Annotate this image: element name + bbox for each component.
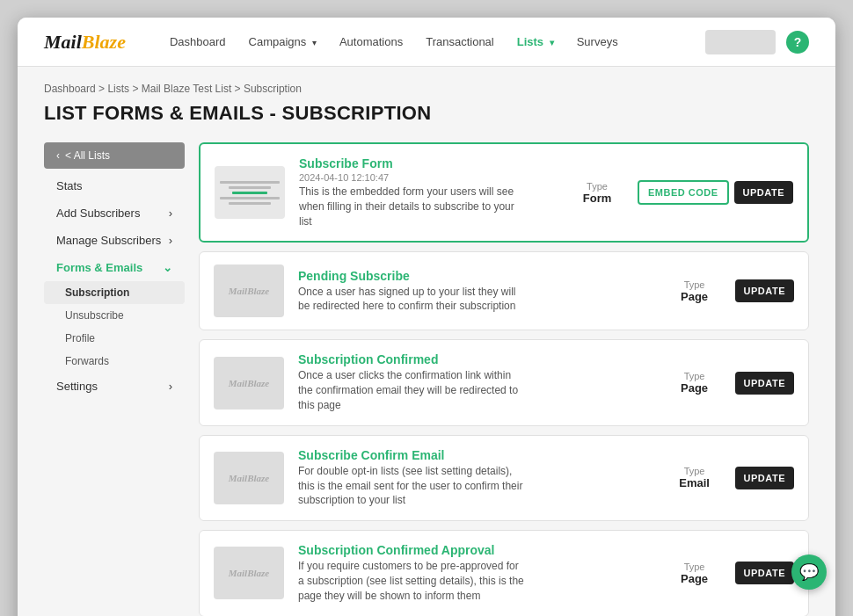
update-button-2[interactable]: UPDATE (735, 279, 794, 302)
brand-logo: MailBlaze (44, 31, 126, 54)
type-label: Type (571, 181, 623, 192)
update-button-4[interactable]: UPDATE (735, 467, 794, 489)
sidebar: ‹ < All Lists Stats Add Subscribers › Ma… (44, 142, 185, 616)
card-description-5: If you require customers to be pre-appro… (298, 559, 527, 603)
nav-lists[interactable]: Lists ▾ (508, 30, 563, 54)
card-subscribe-confirm-email: MailBlaze Subscribe Confirm Email For do… (199, 435, 809, 521)
sidebar-item-settings[interactable]: Settings › (44, 373, 185, 400)
sidebar-back-button[interactable]: ‹ < All Lists (44, 142, 185, 169)
thumb-line-3 (220, 197, 280, 199)
type-label-4: Type (668, 466, 721, 476)
content-row: ‹ < All Lists Stats Add Subscribers › Ma… (44, 142, 809, 616)
card-name-5[interactable]: Subscription Confirmed Approval (298, 543, 654, 557)
type-value-2: Page (668, 290, 721, 303)
card-thumbnail-3: MailBlaze (214, 357, 284, 409)
sidebar-item-add-subscribers[interactable]: Add Subscribers › (44, 199, 185, 227)
thumb-logo-4: MailBlaze (229, 473, 269, 483)
type-value-4: Email (668, 476, 721, 489)
card-actions: EMBED CODE UPDATE (638, 180, 793, 205)
card-name-4[interactable]: Subscribe Confirm Email (298, 448, 654, 462)
card-description-4: For double opt-in lists (see list settin… (298, 464, 527, 508)
sidebar-item-forms-emails[interactable]: Forms & Emails ⌄ (44, 254, 185, 281)
user-avatar[interactable] (705, 30, 776, 54)
chat-icon: 💬 (799, 562, 819, 582)
back-arrow: ‹ (56, 149, 60, 162)
card-type: Type Form (571, 181, 623, 205)
nav-surveys[interactable]: Surveys (568, 30, 627, 54)
type-label-5: Type (668, 562, 721, 572)
card-info-3: Subscription Confirmed Once a user click… (298, 352, 654, 412)
sidebar-item-stats[interactable]: Stats (44, 172, 185, 199)
app-window: MailBlaze Dashboard Campaigns ▾ Automati… (18, 18, 835, 616)
nav-automations[interactable]: Automations (331, 30, 412, 54)
card-info-2: Pending Subscribe Once a user has signed… (298, 269, 654, 315)
embed-code-button[interactable]: EMBED CODE (638, 180, 729, 205)
card-pending-subscribe: MailBlaze Pending Subscribe Once a user … (199, 251, 809, 330)
add-subscribers-chevron: › (169, 207, 172, 220)
card-name-2[interactable]: Pending Subscribe (298, 269, 654, 283)
card-actions-4: UPDATE (735, 467, 794, 489)
nav-links: Dashboard Campaigns ▾ Automations Transa… (161, 30, 705, 54)
type-value-5: Page (668, 572, 721, 585)
card-thumbnail-4: MailBlaze (214, 452, 284, 504)
card-actions-3: UPDATE (735, 372, 794, 395)
type-label-3: Type (668, 371, 721, 381)
card-name-3[interactable]: Subscription Confirmed (298, 352, 654, 366)
forms-emails-label: Forms & Emails (56, 261, 142, 274)
card-info-4: Subscribe Confirm Email For double opt-i… (298, 448, 654, 508)
add-subscribers-label: Add Subscribers (56, 207, 140, 220)
thumb-logo-5: MailBlaze (229, 568, 269, 578)
thumb-line-2 (229, 186, 271, 189)
card-actions-5: UPDATE (735, 562, 794, 584)
breadcrumb: Dashboard > Lists > Mail Blaze Test List… (44, 83, 809, 95)
card-info: Subscribe Form 2024-04-10 12:10:47 This … (299, 156, 557, 228)
type-value: Form (571, 192, 623, 205)
sidebar-subitem-subscription[interactable]: Subscription (44, 281, 185, 304)
thumb-line-4 (229, 202, 271, 205)
type-label-2: Type (668, 279, 721, 290)
type-value-3: Page (668, 381, 721, 395)
card-info-5: Subscription Confirmed Approval If you r… (298, 543, 654, 603)
card-name[interactable]: Subscribe Form (299, 156, 557, 170)
nav-dashboard[interactable]: Dashboard (161, 30, 235, 54)
cards-area: Subscribe Form 2024-04-10 12:10:47 This … (199, 142, 809, 616)
card-description-2: Once a user has signed up to your list t… (298, 285, 527, 315)
card-thumbnail-5: MailBlaze (214, 547, 284, 599)
card-subscription-confirmed-approval: MailBlaze Subscription Confirmed Approva… (199, 530, 809, 616)
card-type-4: Type Email (668, 466, 721, 489)
card-type-3: Type Page (668, 371, 721, 395)
update-button-3[interactable]: UPDATE (735, 372, 794, 395)
update-button-5[interactable]: UPDATE (735, 562, 794, 584)
settings-label: Settings (56, 380, 98, 393)
nav-right: ? (705, 30, 809, 54)
back-label: < All Lists (65, 149, 110, 162)
chat-fab-button[interactable]: 💬 (791, 554, 827, 590)
thumb-logo: MailBlaze (229, 286, 269, 296)
sidebar-item-manage-subscribers[interactable]: Manage Subscribers › (44, 227, 185, 254)
thumb-logo-3: MailBlaze (229, 378, 269, 388)
card-type-2: Type Page (668, 279, 721, 303)
sidebar-subitem-forwards[interactable]: Forwards (44, 350, 185, 373)
update-button[interactable]: UPDATE (734, 181, 793, 204)
sidebar-subitem-unsubscribe[interactable]: Unsubscribe (44, 304, 185, 327)
card-type-5: Type Page (668, 562, 721, 585)
nav-transactional[interactable]: Transactional (417, 30, 503, 54)
card-description: This is the embedded form your users wil… (299, 185, 528, 228)
page-title: LIST FORMS & EMAILS - SUBSCRIPTION (44, 102, 809, 125)
forms-emails-chevron: ⌄ (163, 261, 172, 274)
card-description-3: Once a user clicks the confirmation link… (298, 368, 527, 412)
help-icon[interactable]: ? (786, 31, 809, 54)
main-content: Dashboard > Lists > Mail Blaze Test List… (18, 67, 835, 616)
manage-subscribers-chevron: › (169, 234, 172, 247)
top-navigation: MailBlaze Dashboard Campaigns ▾ Automati… (18, 18, 835, 67)
manage-subscribers-label: Manage Subscribers (56, 234, 161, 247)
card-actions-2: UPDATE (735, 279, 794, 302)
card-thumbnail-logo: MailBlaze (214, 265, 284, 317)
card-subscription-confirmed: MailBlaze Subscription Confirmed Once a … (199, 339, 809, 425)
nav-campaigns[interactable]: Campaigns ▾ (240, 30, 325, 54)
thumb-line-1 (220, 181, 280, 184)
card-thumbnail-form (215, 166, 285, 219)
sidebar-subitem-profile[interactable]: Profile (44, 327, 185, 350)
card-subscribe-form: Subscribe Form 2024-04-10 12:10:47 This … (199, 142, 809, 243)
card-date: 2024-04-10 12:10:47 (299, 172, 557, 183)
